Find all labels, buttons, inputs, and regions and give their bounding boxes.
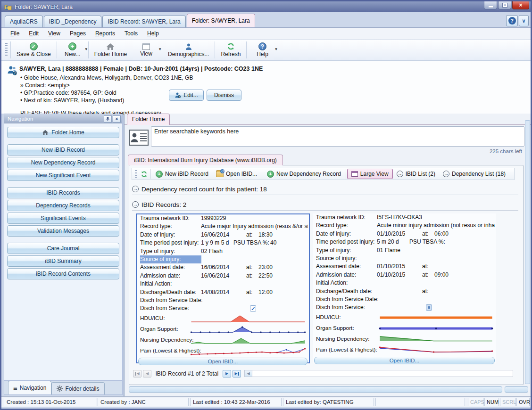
main-horizontal-scrollbar-end[interactable] <box>505 386 528 393</box>
plus-icon: + <box>68 42 76 50</box>
ibid-section-tab[interactable]: iBID: International Burn Injury Database… <box>128 155 283 165</box>
dependency-list-button[interactable]: → Dependency List (18) <box>439 169 509 179</box>
nav-new-dependency-record[interactable]: New Dependency Record <box>7 157 119 168</box>
nav-significant-events[interactable]: Significant Events <box>7 213 119 224</box>
patient-gp: GP:Practice code: 987654, GP: Gold <box>20 89 193 97</box>
open-ibid-record-button[interactable]: Open IBID... <box>314 357 495 364</box>
last-edited-status: Last edited : 10:43 22-Mar-2016 <box>190 398 282 406</box>
large-view-icon <box>351 171 358 177</box>
patient-contact: Contact: <empty> <box>20 82 193 89</box>
open-ibid-button[interactable]: ↺ Open IBID... <box>212 169 261 179</box>
first-record-button[interactable]: ◀ <box>133 370 141 377</box>
refresh-button[interactable]: Refresh <box>216 41 245 60</box>
new-ibid-record-button[interactable]: + New iBID Record <box>152 169 212 179</box>
save-close-button[interactable]: ✓ Save & Close <box>12 41 56 60</box>
ibid-groupbox: + New iBID Record ↺ Open IBID... + New D… <box>129 165 524 385</box>
plus-icon: + <box>267 171 274 178</box>
house-icon <box>42 130 49 135</box>
tab-ibid-record[interactable]: IBID Record: SAWYER, Lara <box>102 16 185 27</box>
patients-icon: i <box>7 66 17 76</box>
nav-care-journal[interactable]: Care Journal <box>7 243 119 254</box>
pain-sparkline <box>190 346 306 356</box>
open-ibid-record-button[interactable]: Open IBID... <box>138 358 308 365</box>
navigation-body: Folder Home New iBID Record New Dependen… <box>4 124 122 380</box>
menu-help[interactable]: Help <box>143 29 163 38</box>
overwrite-indicator: OVR <box>516 398 530 406</box>
navigation-panel: Navigation × Folder Home New iBID Record… <box>4 114 123 395</box>
disch-from-service-checkbox[interactable] <box>426 304 432 311</box>
help-button[interactable]: ? Help▼ <box>248 41 277 60</box>
toolbar-grip[interactable] <box>5 43 8 57</box>
trauma-id-value: 19993229 <box>201 214 226 222</box>
nav-ibid-records[interactable]: IBID Records <box>7 187 119 198</box>
ibid-records-header[interactable]: → IBID Records: 2 <box>132 199 518 211</box>
navigation-header: Navigation × <box>4 114 122 123</box>
patient-next-of-kin: Next of kin: SAWYER, Harry, (Husband) <box>20 97 193 104</box>
dropdown-arrow-icon: ▼ <box>84 47 88 51</box>
source-of-injury-row-selected[interactable]: Source of injury: <box>137 255 309 263</box>
maximize-button[interactable] <box>498 1 511 9</box>
nav-new-significant-event[interactable]: New Significant Event <box>7 170 119 181</box>
close-button[interactable]: × <box>512 1 529 9</box>
menu-reports[interactable]: Reports <box>91 29 119 38</box>
menu-pages[interactable]: Pages <box>66 29 90 38</box>
search-input[interactable] <box>151 126 524 147</box>
tab-folder-details[interactable]: Folder details <box>51 382 104 394</box>
large-view-toggle[interactable]: Large View <box>347 169 393 179</box>
view-button[interactable]: View▼ <box>132 41 161 60</box>
records-horizontal-scrollbar[interactable]: ◀ <box>244 370 513 377</box>
dependency-count-header[interactable]: → Dependency record count for this patie… <box>132 183 518 195</box>
ibid-list-button[interactable]: → IBID List (2) <box>393 169 439 179</box>
help-button-top[interactable]: ? <box>506 15 518 26</box>
question-icon: ? <box>508 17 516 25</box>
menu-edit[interactable]: Edit <box>25 29 43 38</box>
menu-bar: File Edit View Pages Reports Tools Help <box>1 28 531 40</box>
arrow-right-circle-icon: → <box>443 171 449 177</box>
nav-ibid-record-contents[interactable]: iBID Record Contents <box>7 268 119 279</box>
tab-folder-sawyer[interactable]: Folder: SAWYER, Lara <box>187 14 255 27</box>
menu-file[interactable]: File <box>6 29 24 38</box>
edit-button[interactable]: i Edit... <box>169 90 204 101</box>
main-vertical-scrollbar[interactable] <box>525 120 530 384</box>
tab-aquilacrs[interactable]: AquilaCRS <box>5 16 43 27</box>
dismiss-button[interactable]: Dismiss <box>207 90 241 101</box>
arrow-right-circle-icon: → <box>397 171 403 177</box>
menu-tools[interactable]: Tools <box>120 29 142 38</box>
nav-new-ibid-record[interactable]: New iBID Record <box>7 144 119 156</box>
nav-validation-messages[interactable]: Validation Messages <box>7 225 119 237</box>
main-toolbar: ✓ Save & Close + New...▼ Folder Home Vie… <box>1 40 531 61</box>
main-horizontal-scrollbar[interactable] <box>129 386 502 393</box>
last-record-button[interactable]: ▶ <box>233 370 241 377</box>
folder-home-tab[interactable]: Folder Home <box>127 114 170 125</box>
menu-view[interactable]: View <box>44 29 65 38</box>
tab-navigation[interactable]: ≡ Navigation <box>8 381 51 394</box>
status-bar: Created : 15:13 01-Oct-2015 Created by :… <box>1 396 531 407</box>
refresh-icon <box>227 42 235 50</box>
dropdown-arrow-icon: ▼ <box>274 47 278 51</box>
nav-folder-home[interactable]: Folder Home <box>7 127 119 138</box>
scroll-left-icon[interactable]: ◀ <box>245 370 252 377</box>
chevron-down-button[interactable]: ∨ <box>519 15 529 26</box>
pager-text: iBID Record #1 of 2 Total <box>156 370 218 377</box>
new-button[interactable]: + New...▼ <box>58 41 87 60</box>
disch-from-service-checkbox[interactable] <box>250 305 256 312</box>
ibid-record-card-2[interactable]: Trauma network ID:I5FS-H7KV-OKA3 Record … <box>313 213 496 363</box>
ibid-record-card-1[interactable]: Trauma network ID:19993229 Record type:A… <box>136 213 310 363</box>
toolbar-grip[interactable] <box>135 170 137 178</box>
folder-home-button[interactable]: Folder Home <box>90 41 132 60</box>
previous-record-button[interactable]: ◀ <box>143 370 151 377</box>
nav-ibid-summary[interactable]: iBID Summary <box>7 255 119 267</box>
refresh-list-button[interactable] <box>139 169 150 179</box>
navigation-title: Navigation <box>8 116 33 122</box>
refresh-icon <box>141 171 148 178</box>
scroll-lock-indicator: SCRL <box>500 398 515 406</box>
nav-dependency-records[interactable]: Dependency Records <box>7 200 119 211</box>
tab-ibid-dependency[interactable]: IBID _Dependency <box>44 16 102 27</box>
new-dependency-record-button[interactable]: + New Dependency Record <box>263 169 345 179</box>
minimize-button[interactable] <box>484 1 497 9</box>
pin-button[interactable] <box>104 115 112 123</box>
next-record-button[interactable]: ▶ <box>223 370 231 377</box>
app-tab-strip: AquilaCRS IBID _Dependency IBID Record: … <box>1 12 531 28</box>
close-panel-button[interactable]: × <box>113 115 121 123</box>
demographics-button[interactable]: Demographics... <box>163 41 214 60</box>
